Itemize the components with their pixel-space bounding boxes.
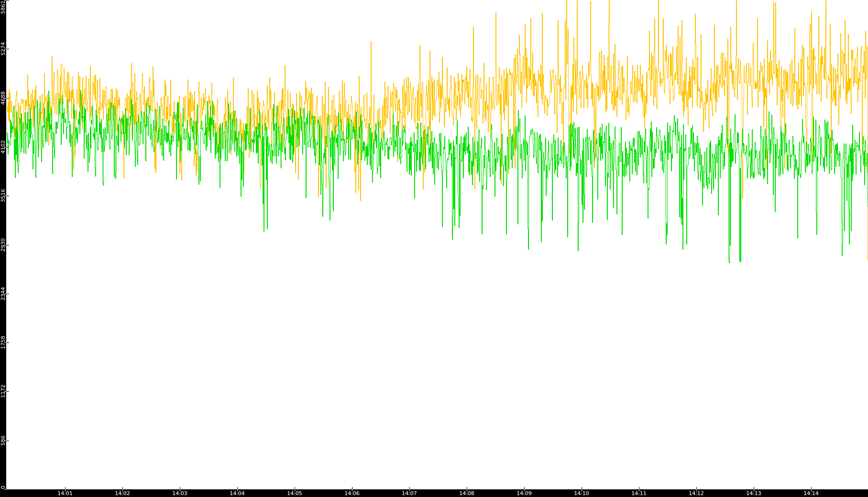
y-tick-label: 4102 [0,140,6,154]
y-tick-label: 3516 [0,189,6,202]
y-tick-label: 1172 [0,385,6,398]
x-tick-label: 14:07 [402,491,417,496]
y-tick-mark-inner [4,489,6,490]
y-tick-mark [6,294,9,294]
y-tick-label: 5274 [0,42,6,55]
x-tick-label: 14:01 [57,491,73,496]
y-tick-label: 4688 [0,91,6,105]
x-tick-label: 14:08 [459,491,474,496]
y-tick-label: 1758 [0,336,6,349]
x-tick-label: 14:11 [631,491,647,496]
x-axis-bar [0,489,868,497]
y-tick-mark [6,49,9,49]
y-tick-mark [6,0,9,0]
x-tick-label: 14:14 [803,491,819,496]
y-tick-mark [6,147,9,147]
y-tick-label: 2344 [0,287,6,300]
y-tick-label: 0 [0,486,6,489]
x-tick-label: 14:09 [516,491,532,496]
y-tick-label: 586 [0,436,6,446]
x-tick-label: 14:06 [344,491,360,496]
x-tick-label: 14:03 [172,491,187,496]
y-tick-label: 2930 [0,238,6,252]
y-tick-mark [6,489,9,490]
x-tick-label: 14:05 [287,491,302,496]
y-tick-mark [6,196,9,196]
x-tick-label: 14:04 [230,491,245,496]
chart-plot-canvas [0,0,868,497]
x-tick-label: 14:10 [574,491,589,496]
x-tick-label: 14:13 [746,491,761,496]
x-tick-label: 14:02 [115,491,130,496]
y-tick-mark [6,391,9,392]
y-tick-mark [6,98,9,99]
timeseries-chart: 0586117217582344293035164102468852745861… [0,0,868,497]
y-tick-mark [6,441,9,441]
y-tick-mark [6,342,9,343]
x-tick-label: 14:12 [689,491,704,496]
y-tick-mark [6,245,9,245]
y-tick-label: 5861 [0,0,6,14]
